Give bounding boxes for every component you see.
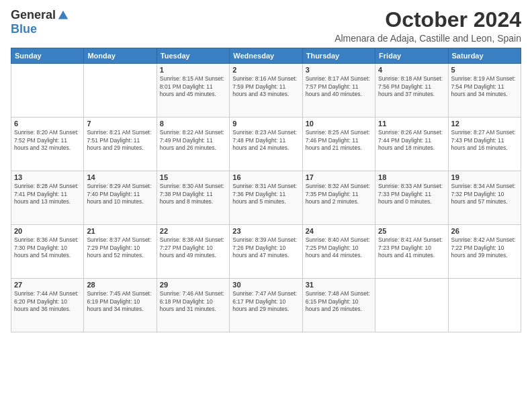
day-info: Sunrise: 8:32 AM Sunset: 7:35 PM Dayligh…: [306, 183, 372, 205]
day-number: 21: [87, 227, 153, 235]
table-row: 7Sunrise: 8:21 AM Sunset: 7:51 PM Daylig…: [84, 118, 157, 171]
header-friday: Friday: [375, 48, 448, 64]
table-row: 4Sunrise: 8:18 AM Sunset: 7:56 PM Daylig…: [375, 64, 448, 118]
day-number: 30: [232, 281, 299, 289]
table-row: 21Sunrise: 8:37 AM Sunset: 7:29 PM Dayli…: [84, 225, 157, 279]
day-number: 22: [160, 227, 226, 235]
table-row: 30Sunrise: 7:47 AM Sunset: 6:17 PM Dayli…: [230, 279, 302, 332]
header-saturday: Saturday: [448, 48, 521, 64]
day-info: Sunrise: 8:29 AM Sunset: 7:40 PM Dayligh…: [87, 183, 153, 205]
day-info: Sunrise: 7:44 AM Sunset: 6:20 PM Dayligh…: [14, 290, 81, 313]
day-number: 3: [306, 66, 372, 74]
header-tuesday: Tuesday: [157, 48, 229, 64]
day-info: Sunrise: 8:15 AM Sunset: 8:01 PM Dayligh…: [160, 75, 226, 98]
day-info: Sunrise: 8:36 AM Sunset: 7:30 PM Dayligh…: [14, 236, 81, 259]
day-number: 9: [232, 120, 299, 128]
day-number: 18: [378, 173, 445, 181]
day-info: Sunrise: 8:38 AM Sunset: 7:27 PM Dayligh…: [160, 236, 226, 259]
day-number: 27: [14, 281, 81, 289]
day-info: Sunrise: 8:31 AM Sunset: 7:36 PM Dayligh…: [232, 183, 299, 205]
table-row: [448, 279, 521, 332]
day-info: Sunrise: 8:34 AM Sunset: 7:32 PM Dayligh…: [451, 183, 518, 205]
day-number: 17: [306, 173, 372, 181]
table-row: 9Sunrise: 8:23 AM Sunset: 7:48 PM Daylig…: [230, 118, 302, 171]
day-number: 14: [87, 173, 153, 181]
day-number: 13: [14, 173, 81, 181]
day-info: Sunrise: 8:37 AM Sunset: 7:29 PM Dayligh…: [87, 236, 153, 259]
header-thursday: Thursday: [302, 48, 375, 64]
day-info: Sunrise: 8:21 AM Sunset: 7:51 PM Dayligh…: [87, 129, 153, 152]
table-row: 8Sunrise: 8:22 AM Sunset: 7:49 PM Daylig…: [157, 118, 229, 171]
table-row: 27Sunrise: 7:44 AM Sunset: 6:20 PM Dayli…: [11, 279, 84, 332]
day-number: 23: [232, 227, 299, 235]
day-number: 20: [14, 227, 81, 235]
location-title: Almenara de Adaja, Castille and Leon, Sp…: [335, 33, 521, 44]
day-number: 28: [87, 281, 153, 289]
day-number: 10: [306, 120, 372, 128]
day-info: Sunrise: 7:47 AM Sunset: 6:17 PM Dayligh…: [232, 290, 299, 313]
day-info: Sunrise: 7:48 AM Sunset: 6:15 PM Dayligh…: [306, 290, 372, 313]
calendar-header: Sunday Monday Tuesday Wednesday Thursday…: [11, 48, 521, 64]
day-info: Sunrise: 8:42 AM Sunset: 7:22 PM Dayligh…: [451, 236, 518, 259]
logo-general-text: General: [11, 8, 56, 22]
day-number: 8: [160, 120, 226, 128]
day-info: Sunrise: 8:27 AM Sunset: 7:43 PM Dayligh…: [451, 129, 518, 152]
day-info: Sunrise: 7:45 AM Sunset: 6:19 PM Dayligh…: [87, 290, 153, 313]
table-row: [84, 64, 157, 118]
table-row: 20Sunrise: 8:36 AM Sunset: 7:30 PM Dayli…: [11, 225, 84, 279]
month-title: October 2024: [335, 8, 521, 32]
header-monday: Monday: [84, 48, 157, 64]
table-row: 31Sunrise: 7:48 AM Sunset: 6:15 PM Dayli…: [302, 279, 375, 332]
day-info: Sunrise: 8:17 AM Sunset: 7:57 PM Dayligh…: [306, 75, 372, 98]
logo: General Blue: [11, 8, 69, 36]
table-row: 16Sunrise: 8:31 AM Sunset: 7:36 PM Dayli…: [230, 171, 302, 225]
table-row: 3Sunrise: 8:17 AM Sunset: 7:57 PM Daylig…: [302, 64, 375, 118]
day-info: Sunrise: 8:16 AM Sunset: 7:59 PM Dayligh…: [232, 75, 299, 98]
table-row: [11, 64, 84, 118]
table-row: [375, 279, 448, 332]
table-row: 19Sunrise: 8:34 AM Sunset: 7:32 PM Dayli…: [448, 171, 521, 225]
svg-marker-0: [58, 10, 68, 19]
day-info: Sunrise: 8:23 AM Sunset: 7:48 PM Dayligh…: [232, 129, 299, 152]
day-info: Sunrise: 8:41 AM Sunset: 7:23 PM Dayligh…: [378, 236, 445, 259]
day-number: 25: [378, 227, 445, 235]
day-info: Sunrise: 8:22 AM Sunset: 7:49 PM Dayligh…: [160, 129, 226, 152]
header-sunday: Sunday: [11, 48, 84, 64]
day-number: 26: [451, 227, 518, 235]
day-info: Sunrise: 8:26 AM Sunset: 7:44 PM Dayligh…: [378, 129, 445, 152]
logo-blue-text: Blue: [11, 22, 37, 36]
day-info: Sunrise: 8:20 AM Sunset: 7:52 PM Dayligh…: [14, 129, 81, 152]
day-info: Sunrise: 7:46 AM Sunset: 6:18 PM Dayligh…: [160, 290, 226, 313]
table-row: 28Sunrise: 7:45 AM Sunset: 6:19 PM Dayli…: [84, 279, 157, 332]
calendar-body: 1Sunrise: 8:15 AM Sunset: 8:01 PM Daylig…: [11, 64, 521, 332]
table-row: 23Sunrise: 8:39 AM Sunset: 7:26 PM Dayli…: [230, 225, 302, 279]
table-row: 11Sunrise: 8:26 AM Sunset: 7:44 PM Dayli…: [375, 118, 448, 171]
day-number: 15: [160, 173, 226, 181]
day-number: 5: [451, 66, 518, 74]
table-row: 18Sunrise: 8:33 AM Sunset: 7:33 PM Dayli…: [375, 171, 448, 225]
day-number: 24: [306, 227, 372, 235]
day-number: 16: [232, 173, 299, 181]
table-row: 14Sunrise: 8:29 AM Sunset: 7:40 PM Dayli…: [84, 171, 157, 225]
day-number: 12: [451, 120, 518, 128]
day-number: 1: [160, 66, 226, 74]
day-info: Sunrise: 8:18 AM Sunset: 7:56 PM Dayligh…: [378, 75, 445, 98]
header-wednesday: Wednesday: [230, 48, 302, 64]
table-row: 2Sunrise: 8:16 AM Sunset: 7:59 PM Daylig…: [230, 64, 302, 118]
day-info: Sunrise: 8:28 AM Sunset: 7:41 PM Dayligh…: [14, 183, 81, 205]
table-row: 5Sunrise: 8:19 AM Sunset: 7:54 PM Daylig…: [448, 64, 521, 118]
day-number: 29: [160, 281, 226, 289]
day-info: Sunrise: 8:39 AM Sunset: 7:26 PM Dayligh…: [232, 236, 299, 259]
table-row: 6Sunrise: 8:20 AM Sunset: 7:52 PM Daylig…: [11, 118, 84, 171]
table-row: 15Sunrise: 8:30 AM Sunset: 7:38 PM Dayli…: [157, 171, 229, 225]
day-number: 2: [232, 66, 299, 74]
day-number: 7: [87, 120, 153, 128]
table-row: 10Sunrise: 8:25 AM Sunset: 7:46 PM Dayli…: [302, 118, 375, 171]
day-info: Sunrise: 8:33 AM Sunset: 7:33 PM Dayligh…: [378, 183, 445, 205]
day-number: 6: [14, 120, 81, 128]
table-row: 22Sunrise: 8:38 AM Sunset: 7:27 PM Dayli…: [157, 225, 229, 279]
day-number: 4: [378, 66, 445, 74]
table-row: 12Sunrise: 8:27 AM Sunset: 7:43 PM Dayli…: [448, 118, 521, 171]
day-info: Sunrise: 8:40 AM Sunset: 7:25 PM Dayligh…: [306, 236, 372, 259]
day-info: Sunrise: 8:25 AM Sunset: 7:46 PM Dayligh…: [306, 129, 372, 152]
